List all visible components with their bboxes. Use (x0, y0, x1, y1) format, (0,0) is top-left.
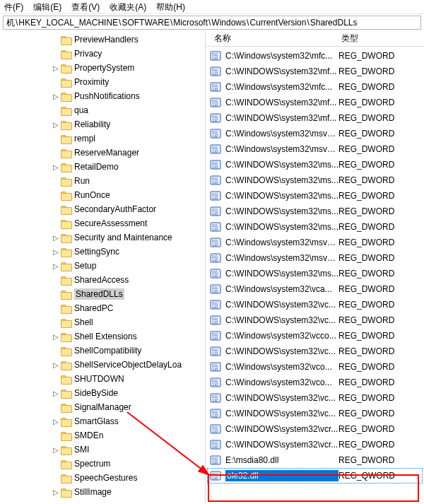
value-name: C:\WINDOWS\system32\ms... (225, 175, 338, 185)
menu-help[interactable]: 帮助(H) (156, 1, 185, 12)
list-row[interactable]: 011110C:\Windows\system32\mfc...REG_DWOR… (206, 48, 424, 64)
list-row[interactable]: 011110ole32.dllREG_QWORD (206, 468, 424, 484)
tree-item[interactable]: ▷PushNotifications (0, 89, 205, 103)
list-row[interactable]: 011110C:\Windows\system32\msvc...REG_DWO… (206, 141, 424, 157)
tree-item-label: Privacy (74, 49, 102, 59)
list-row[interactable]: 011110C:\WINDOWS\system32\ms...REG_DWORD (206, 172, 424, 188)
menu-favorites[interactable]: 收藏夹(A) (110, 1, 146, 12)
list-row[interactable]: 011110C:\WINDOWS\system32\ms...REG_DWORD (206, 157, 424, 172)
list-row[interactable]: 011110C:\WINDOWS\system32\vc...REG_DWORD (206, 297, 424, 312)
tree-item[interactable]: SecondaryAuthFactor (0, 202, 205, 216)
list-row[interactable]: 011110C:\WINDOWS\system32\vcr...REG_DWOR… (206, 437, 424, 452)
expand-icon[interactable]: ▷ (51, 418, 61, 426)
tree-item[interactable]: ReserveManager (0, 146, 205, 160)
tree-item[interactable]: ▷ShellServiceObjectDelayLoa (0, 358, 205, 372)
tree-item[interactable]: PreviewHandlers (0, 33, 205, 47)
list-row[interactable]: 011110C:\WINDOWS\system32\mf...REG_DWORD (206, 110, 424, 126)
list-row[interactable]: 011110C:\WINDOWS\system32\vc...REG_DWORD (206, 344, 424, 359)
value-name: C:\Windows\system32\msvc... (225, 238, 338, 247)
menu-view[interactable]: 查看(V) (71, 1, 100, 12)
value-type: REG_DWORD (338, 455, 409, 465)
tree-item[interactable]: Privacy (0, 47, 205, 61)
value-name: C:\WINDOWS\system32\vc... (225, 346, 338, 356)
registry-value-icon: 011110 (210, 143, 221, 155)
tree-item[interactable]: ▷StillImage (0, 485, 205, 499)
expand-icon[interactable]: ▷ (51, 262, 61, 270)
tree-item[interactable]: SharedAccess (0, 273, 205, 287)
column-type[interactable]: 类型 (337, 33, 408, 45)
list-row[interactable]: 011110C:\Windows\system32\vco...REG_DWOR… (206, 375, 424, 390)
tree-pane[interactable]: PreviewHandlersPrivacy▷PropertySystemPro… (0, 31, 206, 504)
folder-icon (61, 35, 72, 45)
tree-item[interactable]: ▷SMI (0, 443, 205, 457)
menu-file[interactable]: 件(F) (4, 1, 23, 12)
tree-item[interactable]: ▷Setup (0, 259, 205, 273)
address-segment[interactable]: CurrentVersion (249, 18, 306, 28)
tree-item[interactable]: SMDEn (0, 428, 205, 443)
list-row[interactable]: 011110C:\WINDOWS\system32\ms...REG_DWORD (206, 204, 424, 219)
list-row[interactable]: 011110C:\Windows\system32\vco...REG_DWOR… (206, 359, 424, 375)
tree-item[interactable]: ▷Reliability (0, 117, 205, 131)
list-row[interactable]: 011110C:\WINDOWS\system32\ms...REG_DWORD (206, 219, 424, 235)
expand-icon[interactable]: ▷ (51, 488, 61, 496)
tree-item[interactable]: rempl (0, 131, 205, 146)
tree-item[interactable]: ▷SideBySide (0, 386, 205, 400)
tree-item[interactable]: ▷Shell Extensions (0, 329, 205, 344)
list-row[interactable]: 011110E:\msdia80.dllREG_DWORD (206, 452, 424, 468)
expand-icon[interactable]: ▷ (51, 361, 61, 369)
expand-icon[interactable]: ▷ (51, 333, 61, 341)
list-row[interactable]: 011110C:\WINDOWS\system32\mf...REG_DWORD (206, 95, 424, 110)
tree-item[interactable]: Shell (0, 315, 205, 329)
expand-icon[interactable]: ▷ (51, 389, 61, 397)
list-row[interactable]: 011110C:\Windows\system32\vcco...REG_DWO… (206, 328, 424, 344)
list-row[interactable]: 011110C:\WINDOWS\system32\mf...REG_DWORD (206, 64, 424, 79)
list-row[interactable]: 011110C:\Windows\system32\msvc...REG_DWO… (206, 126, 424, 141)
tree-item[interactable]: SignalManager (0, 400, 205, 414)
tree-item[interactable]: Proximity (0, 75, 205, 89)
list-row[interactable]: 011110C:\Windows\system32\mfc...REG_DWOR… (206, 79, 424, 95)
expand-icon[interactable]: ▷ (51, 234, 61, 242)
address-segment[interactable]: HKEY_LOCAL_MACHINE (18, 18, 118, 28)
list-row[interactable]: 011110C:\WINDOWS\system32\vc...REG_DWORD (206, 390, 424, 406)
address-segment[interactable]: Windows (211, 18, 246, 28)
address-segment[interactable]: SharedDLLs (310, 18, 358, 28)
tree-item[interactable]: SharedDLLs (0, 287, 205, 301)
list-pane[interactable]: 名称 类型 011110C:\Windows\system32\mfc...RE… (206, 31, 424, 504)
address-segment[interactable]: SOFTWARE (122, 18, 170, 28)
tree-item[interactable]: ▷SettingSync (0, 245, 205, 259)
tree-item[interactable]: ▷PropertySystem (0, 61, 205, 75)
tree-item[interactable]: SpeechGestures (0, 471, 205, 485)
tree-item-label: SMI (74, 445, 89, 455)
tree-item[interactable]: ▷Security and Maintenance (0, 230, 205, 245)
tree-item[interactable]: ▷RetailDemo (0, 160, 205, 174)
expand-icon[interactable]: ▷ (51, 93, 61, 100)
tree-item[interactable]: ▷SmartGlass (0, 414, 205, 428)
tree-item[interactable]: Spectrum (0, 457, 205, 471)
expand-icon[interactable]: ▷ (51, 446, 61, 454)
column-name[interactable]: 名称 (210, 33, 337, 45)
address-segment[interactable]: 机 (6, 17, 15, 29)
tree-item[interactable]: SHUTDOWN (0, 372, 205, 386)
tree-item[interactable]: Run (0, 174, 205, 188)
list-row[interactable]: 011110C:\WINDOWS\system32\ms...REG_DWORD (206, 266, 424, 281)
list-row[interactable]: 011110C:\WINDOWS\system32\vcr...REG_DWOR… (206, 421, 424, 437)
list-row[interactable]: 011110C:\Windows\system32\vca...REG_DWOR… (206, 281, 424, 297)
menu-edit[interactable]: 编辑(E) (33, 1, 61, 12)
list-row[interactable]: 011110C:\WINDOWS\system32\vc...REG_DWORD (206, 406, 424, 421)
address-segment[interactable]: Microsoft (173, 18, 208, 28)
registry-value-icon: 011110 (210, 66, 221, 77)
expand-icon[interactable]: ▷ (51, 64, 61, 72)
list-row[interactable]: 011110C:\WINDOWS\system32\vc...REG_DWORD (206, 312, 424, 328)
tree-item[interactable]: SharedPC (0, 301, 205, 315)
expand-icon[interactable]: ▷ (51, 248, 61, 256)
list-row[interactable]: 011110C:\WINDOWS\system32\ms...REG_DWORD (206, 188, 424, 204)
tree-item[interactable]: SecureAssessment (0, 216, 205, 230)
tree-item[interactable]: ShellCompatibility (0, 344, 205, 358)
list-row[interactable]: 011110C:\Windows\system32\msvc...REG_DWO… (206, 235, 424, 250)
expand-icon[interactable]: ▷ (51, 163, 61, 171)
list-row[interactable]: 011110C:\Windows\system32\msvc...REG_DWO… (206, 250, 424, 266)
expand-icon[interactable]: ▷ (51, 121, 61, 129)
tree-item[interactable]: qua (0, 103, 205, 117)
address-bar[interactable]: 机\HKEY_LOCAL_MACHINE\SOFTWARE\Microsoft\… (3, 16, 421, 30)
tree-item[interactable]: RunOnce (0, 188, 205, 202)
